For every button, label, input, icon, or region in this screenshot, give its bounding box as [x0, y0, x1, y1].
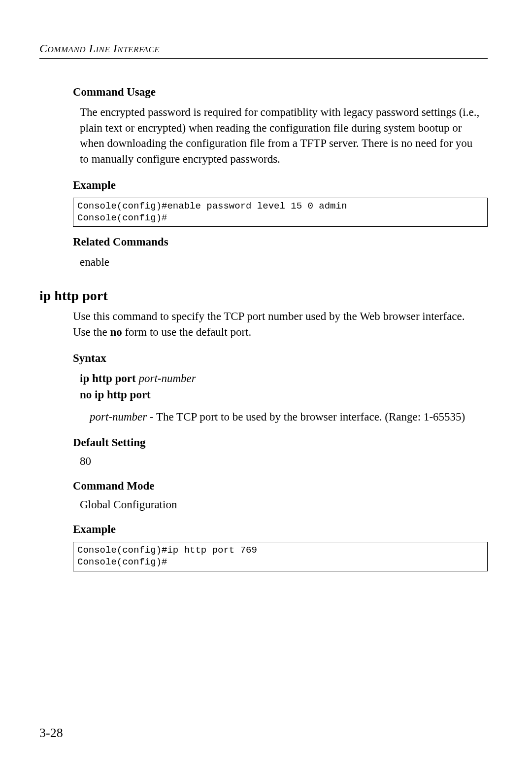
syntax-line-1: ip http port port-number — [80, 371, 488, 386]
desc-bold: no — [110, 326, 122, 338]
text-command-description: Use this command to specify the TCP port… — [73, 309, 483, 340]
heading-syntax: Syntax — [73, 352, 488, 365]
syntax-bold-1: ip http port — [80, 372, 139, 385]
heading-command-usage: Command Usage — [73, 86, 488, 99]
syntax-italic-1: port-number — [139, 372, 196, 385]
page-header: Command Line Interface — [39, 42, 488, 55]
page-number: 3-28 — [39, 726, 63, 740]
text-default-setting: 80 — [80, 455, 488, 468]
text-command-usage: The encrypted password is required for c… — [80, 105, 483, 167]
heading-related-commands: Related Commands — [73, 236, 488, 248]
heading-example-2: Example — [73, 523, 488, 536]
header-rule — [39, 58, 488, 59]
heading-command-mode: Command Mode — [73, 480, 488, 493]
syntax-bold-2: no ip http port — [80, 388, 151, 401]
heading-default-setting: Default Setting — [73, 436, 488, 449]
heading-example-1: Example — [73, 179, 488, 192]
code-example-1: Console(config)#enable password level 15… — [73, 198, 488, 227]
text-command-mode: Global Configuration — [80, 498, 488, 511]
syntax-param: port-number - The TCP port to be used by… — [90, 409, 483, 425]
syntax-line-2: no ip http port — [80, 387, 488, 402]
param-name: port-number — [90, 411, 147, 423]
text-related-commands: enable — [80, 254, 483, 270]
command-title: ip http port — [39, 288, 488, 304]
param-rest: - The TCP port to be used by the browser… — [147, 411, 465, 423]
code-example-2: Console(config)#ip http port 769 Console… — [73, 542, 488, 571]
desc-post: form to use the default port. — [122, 326, 252, 338]
